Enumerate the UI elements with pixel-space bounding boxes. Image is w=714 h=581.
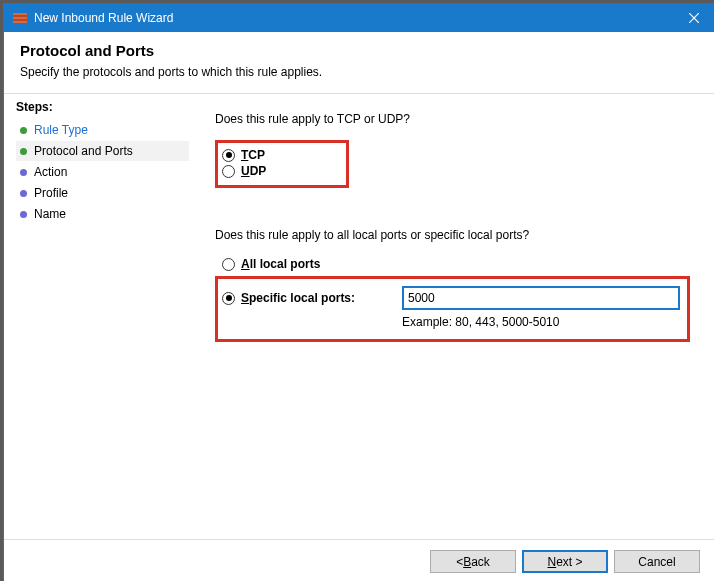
page-subtitle: Specify the protocols and ports to which… bbox=[20, 65, 700, 79]
radio-udp[interactable]: UDP bbox=[222, 163, 266, 179]
radio-icon bbox=[222, 292, 235, 305]
radio-label: UDP bbox=[241, 164, 266, 178]
radio-specific-ports[interactable]: Specific local ports: bbox=[222, 290, 397, 306]
radio-label: All local ports bbox=[241, 257, 320, 271]
step-label: Protocol and Ports bbox=[34, 144, 133, 158]
radio-tcp[interactable]: TCP bbox=[222, 147, 266, 163]
radio-icon bbox=[222, 258, 235, 271]
window-title: New Inbound Rule Wizard bbox=[34, 11, 672, 25]
protocol-group: TCP UDP bbox=[215, 140, 349, 188]
step-protocol-ports[interactable]: Protocol and Ports bbox=[16, 141, 189, 161]
wizard-body: Steps: Rule Type Protocol and Ports Acti… bbox=[4, 94, 714, 539]
close-button[interactable] bbox=[672, 4, 714, 32]
radio-icon bbox=[222, 165, 235, 178]
ports-question: Does this rule apply to all local ports … bbox=[215, 228, 690, 242]
ports-example: Example: 80, 443, 5000-5010 bbox=[402, 315, 679, 329]
step-label: Name bbox=[34, 207, 66, 221]
wizard-window: New Inbound Rule Wizard Protocol and Por… bbox=[3, 3, 714, 581]
step-label: Rule Type bbox=[34, 123, 88, 137]
protocol-question: Does this rule apply to TCP or UDP? bbox=[215, 112, 690, 126]
footer: < Back Next > Cancel bbox=[4, 539, 714, 581]
step-rule-type[interactable]: Rule Type bbox=[16, 120, 189, 140]
step-name[interactable]: Name bbox=[16, 204, 189, 224]
step-label: Profile bbox=[34, 186, 68, 200]
titlebar[interactable]: New Inbound Rule Wizard bbox=[4, 4, 714, 32]
ports-section: Does this rule apply to all local ports … bbox=[215, 228, 690, 342]
cancel-button[interactable]: Cancel bbox=[614, 550, 700, 573]
radio-all-ports[interactable]: All local ports bbox=[222, 256, 690, 273]
bullet-icon bbox=[20, 127, 27, 134]
back-button[interactable]: < Back bbox=[430, 550, 516, 573]
next-button[interactable]: Next > bbox=[522, 550, 608, 573]
close-icon bbox=[689, 13, 699, 23]
page-header: Protocol and Ports Specify the protocols… bbox=[4, 32, 714, 94]
bullet-icon bbox=[20, 211, 27, 218]
radio-label: TCP bbox=[241, 148, 265, 162]
step-action[interactable]: Action bbox=[16, 162, 189, 182]
svg-rect-2 bbox=[13, 17, 27, 19]
step-profile[interactable]: Profile bbox=[16, 183, 189, 203]
specific-ports-group: Specific local ports: Example: 80, 443, … bbox=[215, 276, 690, 342]
content-pane: Does this rule apply to TCP or UDP? TCP … bbox=[189, 94, 714, 539]
bullet-icon bbox=[20, 148, 27, 155]
page-title: Protocol and Ports bbox=[20, 42, 700, 59]
ports-input[interactable] bbox=[403, 287, 679, 309]
firewall-icon bbox=[12, 10, 28, 26]
svg-rect-3 bbox=[13, 21, 27, 23]
radio-icon bbox=[222, 149, 235, 162]
steps-title: Steps: bbox=[16, 100, 189, 114]
radio-label: Specific local ports: bbox=[241, 291, 355, 305]
svg-rect-1 bbox=[13, 13, 27, 15]
bullet-icon bbox=[20, 169, 27, 176]
bullet-icon bbox=[20, 190, 27, 197]
steps-sidebar: Steps: Rule Type Protocol and Ports Acti… bbox=[4, 94, 189, 539]
step-label: Action bbox=[34, 165, 67, 179]
